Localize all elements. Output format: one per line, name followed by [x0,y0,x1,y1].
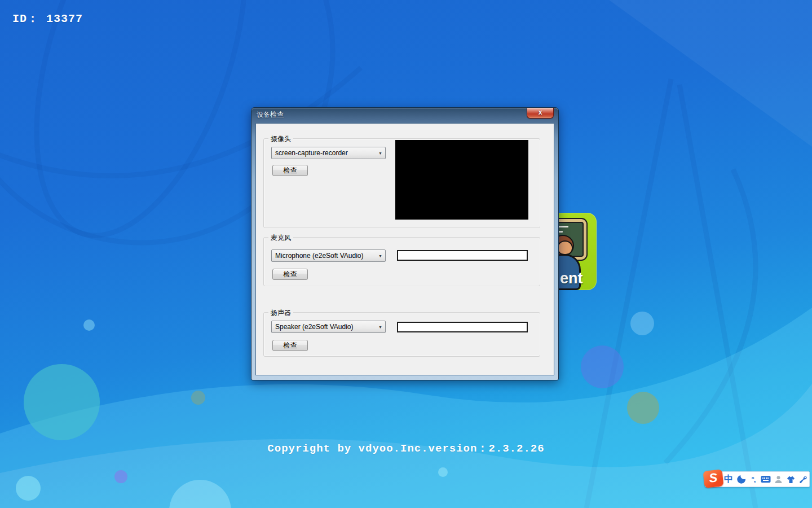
punctuation-icon: °, [752,475,756,484]
icon-caption: ent [560,270,583,287]
microphone-device-dropdown[interactable]: Microphone (e2eSoft VAudio) ▼ [271,249,386,262]
camera-preview [395,140,528,220]
sogou-logo-icon[interactable]: S [703,469,724,488]
bokeh-circle [24,364,100,440]
bokeh-circle [191,391,205,405]
account-button[interactable] [772,472,784,486]
copyright-text: Copyright by vdyoo.Inc.version：2.3.2.26 [0,441,812,456]
close-icon: x [539,108,542,116]
desktop: ID： 13377 Copyright by vdyoo.Inc.version… [0,0,812,508]
chinese-mode-icon: 中 [724,473,733,485]
bokeh-circle [16,476,41,501]
microphone-device-value: Microphone (e2eSoft VAudio) [275,252,364,260]
camera-device-dropdown[interactable]: screen-capture-recorder ▼ [271,147,386,159]
settings-button[interactable] [797,472,809,486]
camera-check-button[interactable]: 检查 [272,165,308,176]
fullwidth-toggle[interactable] [735,472,747,486]
dialog-body: 摄像头 screen-capture-recorder ▼ 检查 麦克风 Mic… [255,123,554,375]
close-button[interactable]: x [527,108,554,119]
microphone-level-meter [397,250,528,261]
speaker-device-dropdown[interactable]: Speaker (e2eSoft VAudio) ▼ [271,321,386,333]
bokeh-circle [627,392,659,424]
microphone-check-button[interactable]: 检查 [272,269,308,280]
speaker-group: 扬声器 Speaker (e2eSoft VAudio) ▼ 检查 [263,312,540,357]
dialog-title: 设备检查 [251,108,558,122]
device-check-dialog: 设备检查 x 摄像头 screen-capture-recorder ▼ 检查 … [251,107,559,380]
chinese-mode-toggle[interactable]: 中 [722,472,735,486]
light-triangle [609,0,812,147]
chevron-down-icon: ▼ [378,322,382,332]
microphone-group-label: 麦克风 [268,233,293,243]
person-icon [774,475,783,484]
speaker-device-value: Speaker (e2eSoft VAudio) [275,323,354,331]
keyboard-icon [761,475,771,483]
speaker-group-label: 扬声器 [268,308,293,318]
bokeh-circle [630,312,654,335]
bokeh-circle [114,470,127,483]
wrench-icon [798,475,807,484]
dialog-titlebar[interactable]: 设备检查 x [251,108,558,123]
chevron-down-icon: ▼ [378,251,382,261]
bokeh-circle [438,467,448,477]
tshirt-icon [786,475,796,484]
moon-icon [736,475,746,484]
skin-button[interactable] [784,472,797,486]
camera-device-value: screen-capture-recorder [275,149,348,157]
camera-group-label: 摄像头 [268,134,293,144]
microphone-group: 麦克风 Microphone (e2eSoft VAudio) ▼ 检查 [263,237,540,286]
user-id-label: ID： 13377 [12,11,83,26]
person-graphic [557,240,573,255]
punctuation-toggle[interactable]: °, [747,472,760,486]
soft-keyboard-button[interactable] [760,472,772,486]
bokeh-circle [581,345,624,388]
camera-group: 摄像头 screen-capture-recorder ▼ 检查 [263,138,540,228]
chevron-down-icon: ▼ [378,148,382,159]
ime-toolbar: S 中 °, [705,471,810,487]
bokeh-circle [83,319,95,331]
speaker-check-button[interactable]: 检查 [272,340,308,351]
speaker-level-meter [397,322,528,332]
